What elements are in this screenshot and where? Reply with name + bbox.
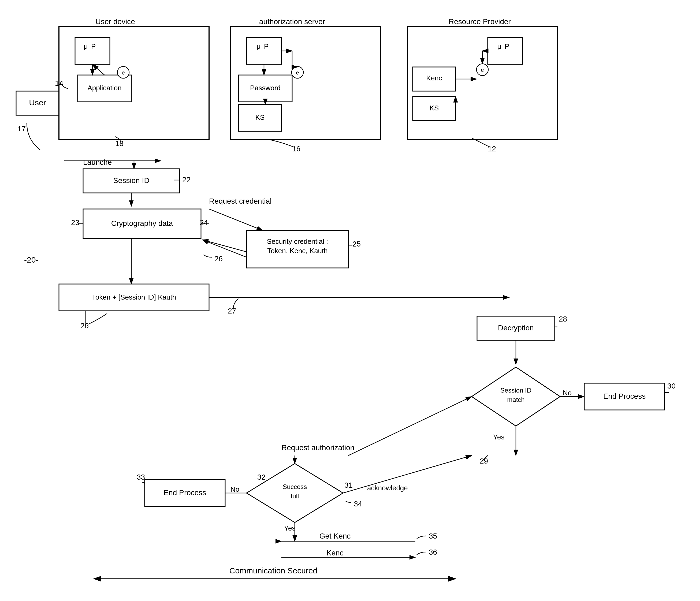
num-24: 24 — [200, 218, 208, 227]
num-36: 36 — [429, 548, 437, 556]
svg-text:e: e — [122, 70, 125, 76]
num-12: 12 — [488, 145, 496, 153]
request-credential-label: Request credential — [209, 197, 272, 205]
num-22: 22 — [182, 176, 191, 184]
num-25: 25 — [352, 240, 361, 248]
end-process-left-label: End Process — [164, 489, 206, 497]
kenc-box-label: Kenc — [426, 74, 442, 82]
user-device-label: User device — [95, 18, 135, 26]
ks1-label: KS — [255, 113, 265, 121]
password-label: Password — [250, 84, 281, 92]
cryptography-data-label: Cryptography data — [111, 219, 173, 227]
resource-provider-label: Resource Provider — [449, 18, 511, 26]
no-1-label: No — [563, 389, 572, 397]
application-label: Application — [88, 84, 121, 92]
minus-20-label: -20- — [24, 255, 38, 264]
yes-2-label: Yes — [284, 524, 295, 532]
session-id-label: Session ID — [113, 176, 149, 184]
launche-label: Launche — [83, 158, 112, 167]
ks2-label: KS — [430, 104, 439, 112]
session-id-match-label: Session ID — [500, 386, 531, 394]
svg-text:full: full — [291, 493, 299, 500]
svg-text:P: P — [264, 42, 269, 50]
num-16: 16 — [292, 145, 300, 153]
mup-user: μ — [84, 42, 88, 50]
svg-rect-12 — [247, 37, 281, 64]
num-17: 17 — [18, 125, 26, 133]
num-14: 14 — [55, 79, 63, 87]
svg-text:match: match — [507, 396, 524, 403]
comm-secured-label: Communication Secured — [229, 566, 318, 575]
auth-server-label: authorization server — [259, 18, 325, 26]
svg-text:Token, Kenc, Kauth: Token, Kenc, Kauth — [267, 247, 327, 255]
acknowledge-label: acknowledge — [367, 484, 408, 492]
svg-rect-4 — [75, 37, 110, 64]
num-32: 32 — [257, 473, 266, 481]
num-18: 18 — [115, 139, 124, 148]
svg-rect-25 — [488, 37, 523, 64]
num-27: 27 — [228, 307, 236, 315]
security-credential-label: Security credential : — [267, 237, 328, 246]
no-2-label: No — [230, 485, 239, 493]
svg-text:User: User — [29, 98, 46, 107]
decryption-label: Decryption — [498, 324, 534, 332]
num-33: 33 — [137, 473, 145, 481]
svg-text:P: P — [91, 42, 96, 50]
num-26b: 26 — [80, 322, 89, 330]
num-26a: 26 — [215, 254, 223, 263]
svg-text:μ: μ — [257, 42, 261, 50]
request-auth-label: Request authorization — [281, 444, 354, 452]
svg-text:e: e — [481, 67, 484, 73]
svg-text:P: P — [505, 42, 509, 50]
svg-text:e: e — [296, 70, 299, 76]
successful-label: Success — [283, 483, 307, 490]
num-35: 35 — [429, 532, 437, 540]
num-30: 30 — [667, 382, 676, 390]
num-28: 28 — [559, 315, 567, 323]
yes-1-label: Yes — [493, 433, 504, 441]
num-23: 23 — [71, 218, 79, 227]
end-process-right-label: End Process — [603, 392, 646, 400]
num-31: 31 — [344, 481, 353, 489]
kenc-arrow-label: Kenc — [326, 549, 344, 557]
num-29: 29 — [480, 457, 488, 465]
svg-text:μ: μ — [497, 42, 501, 50]
get-kenc-label: Get Kenc — [320, 532, 351, 540]
num-34: 34 — [354, 500, 362, 508]
token-session-label: Token + [Session ID] Kauth — [92, 293, 176, 301]
